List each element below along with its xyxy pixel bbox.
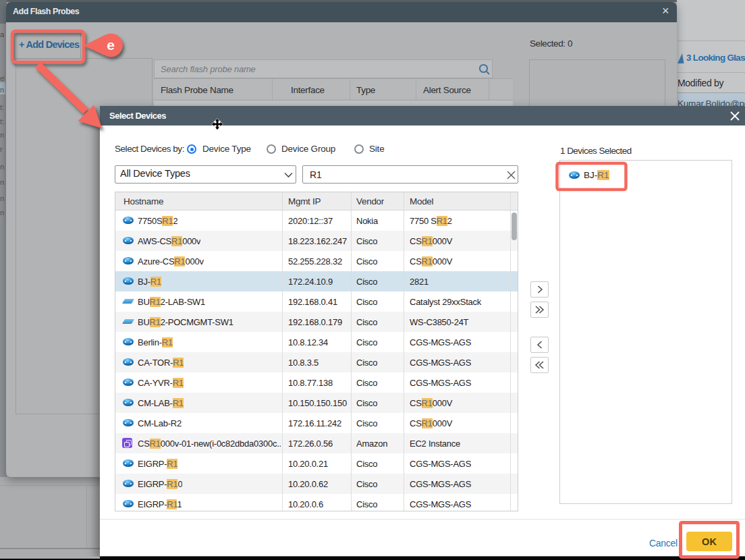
svg-text:e: e <box>107 37 115 53</box>
